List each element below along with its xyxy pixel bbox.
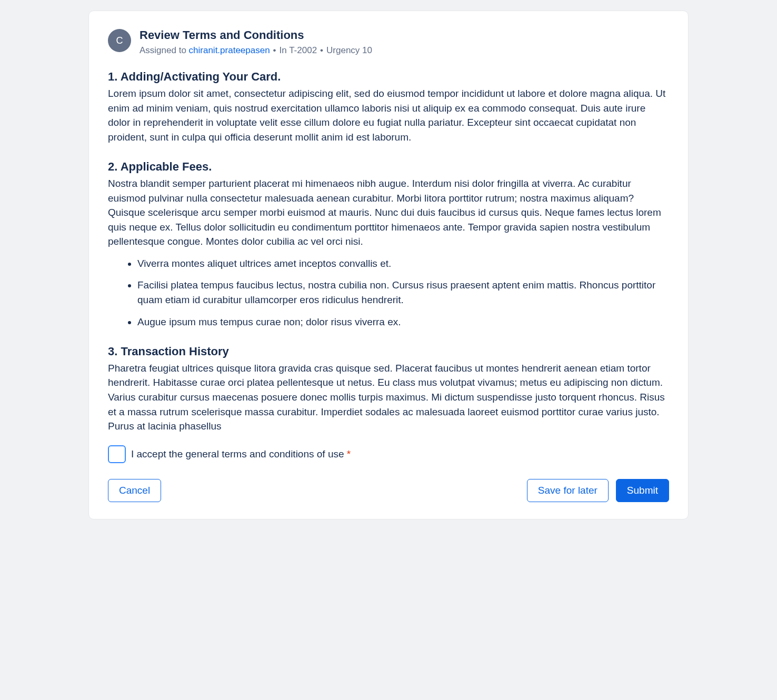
card-header: C Review Terms and Conditions Assigned t…: [108, 28, 669, 56]
section-heading: 2. Applicable Fees.: [108, 159, 669, 175]
page-title: Review Terms and Conditions: [140, 28, 669, 43]
footer-actions: Cancel Save for later Submit: [108, 479, 669, 503]
accept-row: I accept the general terms and condition…: [108, 445, 669, 463]
task-card: C Review Terms and Conditions Assigned t…: [88, 11, 689, 519]
terms-section: 2. Applicable Fees. Nostra blandit sempe…: [108, 159, 669, 329]
accept-label: I accept the general terms and condition…: [131, 448, 351, 460]
meta-line: Assigned to chiranit.prateepasen•In T-20…: [140, 44, 669, 57]
list-item: Viverra montes aliquet ultrices amet inc…: [137, 256, 669, 271]
accept-checkbox[interactable]: [108, 445, 126, 463]
required-indicator: *: [347, 448, 351, 459]
terms-section: 1. Adding/Activating Your Card. Lorem ip…: [108, 69, 669, 144]
save-for-later-button[interactable]: Save for later: [527, 479, 609, 503]
urgency-label: Urgency 10: [326, 45, 372, 55]
accept-label-text: I accept the general terms and condition…: [131, 448, 347, 459]
list-item: Facilisi platea tempus faucibus lectus, …: [137, 278, 669, 307]
submit-button[interactable]: Submit: [616, 479, 669, 503]
list-item: Augue ipsum mus tempus curae non; dolor …: [137, 315, 669, 329]
bullet-list: Viverra montes aliquet ultrices amet inc…: [108, 256, 669, 329]
avatar-letter: C: [116, 35, 123, 46]
ticket-ref: In T-2002: [280, 45, 317, 55]
meta-separator: •: [320, 45, 323, 55]
section-heading: 3. Transaction History: [108, 344, 669, 360]
meta-separator: •: [273, 45, 276, 55]
section-body: Nostra blandit semper parturient placera…: [108, 176, 669, 249]
assigned-prefix: Assigned to: [140, 45, 189, 55]
terms-section: 3. Transaction History Pharetra feugiat …: [108, 344, 669, 434]
avatar: C: [108, 29, 131, 52]
footer-right-group: Save for later Submit: [527, 479, 669, 503]
header-text: Review Terms and Conditions Assigned to …: [140, 28, 669, 56]
assignee-link[interactable]: chiranit.prateepasen: [189, 45, 270, 55]
section-body: Lorem ipsum dolor sit amet, consectetur …: [108, 86, 669, 144]
section-body: Pharetra feugiat ultrices quisque litora…: [108, 361, 669, 434]
cancel-button[interactable]: Cancel: [108, 479, 161, 503]
section-heading: 1. Adding/Activating Your Card.: [108, 69, 669, 85]
